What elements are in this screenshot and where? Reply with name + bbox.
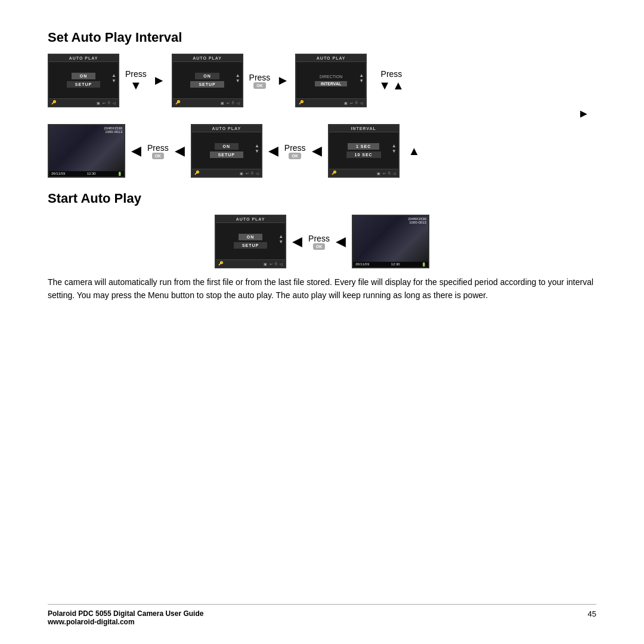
screen2: AUTO PLAY ON SETUP ▲▼ 🔑 ▣ ↩ ⎙ ◁	[172, 54, 243, 107]
screen4-topbar: AUTO PLAY	[192, 125, 261, 132]
arrow-right-2: ►	[276, 73, 289, 88]
screen1-setup: SETUP	[67, 81, 100, 88]
start-ok-btn: OK	[313, 243, 326, 250]
arrow-right-1: ►	[153, 73, 166, 88]
right-connector: Press ▼ ▲	[379, 69, 404, 92]
down-connector-right: ▲	[48, 107, 596, 121]
section2-title: Start Auto Play	[48, 191, 596, 206]
photo-time: 12:30	[87, 172, 96, 176]
footer: Polaroid PDC 5055 Digital Camera User Gu…	[48, 604, 596, 626]
start-screen1: AUTO PLAY ON SETUP ▲▼ 🔑 ▣ ↩ ⎙ ◁	[215, 215, 286, 268]
start-photo-date: 26/11/03	[355, 262, 369, 267]
photo-id: 1000-0013	[104, 130, 122, 134]
photo-screen-block: ▶ 2048X1536 1000-0013 26/11/03 12:30 🔋	[48, 124, 125, 178]
photo-screen: ▶ 2048X1536 1000-0013 26/11/03 12:30 🔋	[48, 124, 125, 178]
start-screen1-setup: SETUP	[234, 242, 267, 249]
screen4-on: ON	[215, 143, 239, 150]
screen2-setup: SETUP	[190, 81, 224, 88]
press-label-1: Press	[125, 69, 147, 79]
start-screen1-block: AUTO PLAY ON SETUP ▲▼ 🔑 ▣ ↩ ⎙ ◁	[215, 215, 286, 268]
footer-page-number: 45	[588, 609, 596, 618]
screen3-topbar: AUTO PLAY	[296, 55, 366, 62]
start-press-label: Press	[308, 234, 330, 243]
screen5-topbar: INTERVAL	[329, 125, 398, 132]
footer-guide-title: Polaroid PDC 5055 Digital Camera User Gu…	[48, 609, 203, 618]
direction-item: DIRECTION	[320, 75, 343, 79]
screen5: INTERVAL 1 SEC 10 SEC ▲▼ 🔑 ▣ ↩ ⎙ ◁	[328, 124, 400, 178]
screen3: AUTO PLAY DIRECTION INTERVAL ▲▼ 🔑 ▣ ↩ ⎙ …	[295, 54, 367, 107]
start-photo-time: 12:30	[391, 262, 400, 267]
screen1-on: ON	[72, 73, 96, 79]
screen2-block: AUTO PLAY ON SETUP ▲▼ 🔑 ▣ ↩ ⎙ ◁	[172, 54, 243, 107]
footer-left: Polaroid PDC 5055 Digital Camera User Gu…	[48, 609, 203, 626]
connector1: Press ▼	[125, 69, 147, 92]
arrow-left-1: ◀	[131, 143, 141, 159]
press-label-3: Press	[381, 69, 402, 79]
ok-btn-1: OK	[253, 82, 266, 89]
screen4: AUTO PLAY ON SETUP ▲▼ 🔑 ▣ ↩ ⎙ ◁	[191, 124, 262, 178]
start-screen1-on: ON	[239, 234, 263, 240]
start-photo-block: ▶ 2048X1536 1000-0013 26/11/03 12:30 🔋	[352, 215, 429, 268]
up-arrow-right: ▲	[408, 144, 420, 158]
screen1-block: AUTO PLAY ON SETUP ▲▼ 🔑 ▣ ↩ ⎙ ◁	[48, 54, 119, 107]
start-connector: Press OK	[308, 234, 330, 250]
arrow-left-4: ◀	[312, 143, 322, 159]
screen4-block: AUTO PLAY ON SETUP ▲▼ 🔑 ▣ ↩ ⎙ ◁	[191, 124, 262, 178]
press-label-5: Press	[284, 143, 306, 153]
photo-bottom: 26/11/03 12:30 🔋	[49, 171, 124, 177]
step-row-1: AUTO PLAY ON SETUP ▲▼ 🔑 ▣ ↩ ⎙ ◁	[48, 54, 596, 107]
screen5-1sec: 1 SEC	[348, 143, 379, 150]
screen2-topbar: AUTO PLAY	[173, 55, 242, 62]
screen1: AUTO PLAY ON SETUP ▲▼ 🔑 ▣ ↩ ⎙ ◁	[48, 54, 119, 107]
description-text: The camera will automatically run from t…	[48, 275, 596, 302]
start-arrow-left-1: ◀	[292, 234, 302, 249]
screen2-on: ON	[195, 73, 219, 79]
screen5-block: INTERVAL 1 SEC 10 SEC ▲▼ 🔑 ▣ ↩ ⎙ ◁	[328, 124, 400, 178]
step-row-2: ▶ 2048X1536 1000-0013 26/11/03 12:30 🔋 ◀…	[48, 124, 596, 178]
start-arrow-left-2: ◀	[336, 234, 346, 249]
ok-btn-3: OK	[289, 153, 301, 159]
arrow-left-3: ◀	[268, 143, 278, 159]
start-photo-bottom: 26/11/03 12:30 🔋	[353, 262, 428, 267]
screen4-setup: SETUP	[210, 151, 243, 158]
connector3: Press OK	[147, 143, 169, 159]
section1-title: Set Auto Play Interval	[48, 30, 596, 45]
interval-item-active: INTERVAL	[315, 81, 347, 86]
connector4: Press OK	[284, 143, 306, 159]
start-photo-id: 1000-0013	[408, 221, 426, 224]
press-label-4: Press	[147, 143, 169, 153]
start-photo-screen: ▶ 2048X1536 1000-0013 26/11/03 12:30 🔋	[352, 215, 429, 268]
screen3-block: AUTO PLAY DIRECTION INTERVAL ▲▼ 🔑 ▣ ↩ ⎙ …	[295, 54, 367, 107]
footer-url: www.polaroid-digital.com	[48, 618, 203, 626]
start-autoplay-row: AUTO PLAY ON SETUP ▲▼ 🔑 ▣ ↩ ⎙ ◁ ◀	[48, 215, 596, 268]
press-label-2: Press	[249, 73, 271, 82]
screen5-10sec: 10 SEC	[346, 151, 381, 158]
connector2: Press OK	[249, 73, 271, 89]
screen1-topbar: AUTO PLAY	[49, 55, 118, 62]
start-screen1-topbar: AUTO PLAY	[216, 216, 285, 223]
ok-btn-2: OK	[152, 153, 165, 159]
photo-date: 26/11/03	[51, 172, 65, 176]
arrow-left-2: ◀	[175, 143, 185, 159]
